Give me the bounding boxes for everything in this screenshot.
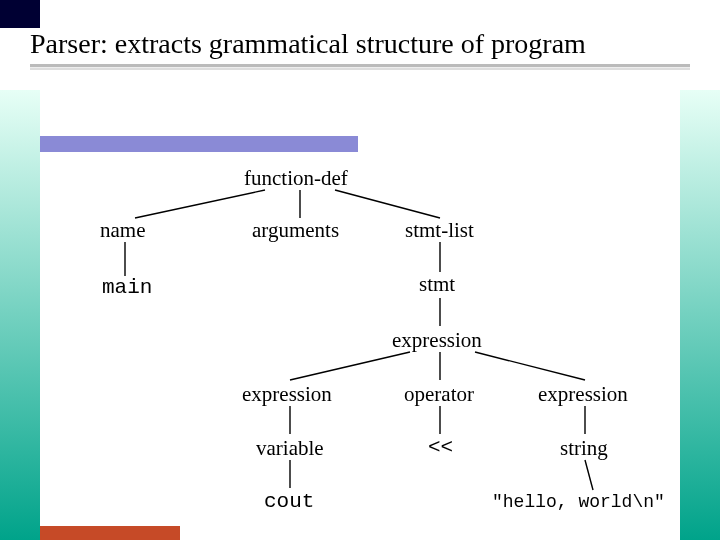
node-hello-string: "hello, world\n"	[492, 492, 665, 512]
node-op-symbol: <<	[428, 436, 453, 459]
node-expression-left: expression	[242, 382, 332, 407]
node-function-def: function-def	[244, 166, 348, 191]
corner-accent	[0, 0, 40, 28]
gradient-left	[0, 90, 40, 540]
node-stmt: stmt	[419, 272, 455, 297]
footer-accent	[40, 526, 180, 540]
svg-line-0	[135, 190, 265, 218]
node-cout: cout	[264, 490, 314, 513]
svg-line-13	[585, 460, 593, 490]
node-stmt-list: stmt-list	[405, 218, 474, 243]
title-underline	[30, 64, 690, 67]
svg-line-2	[335, 190, 440, 218]
node-expression-top: expression	[392, 328, 482, 353]
node-name: name	[100, 218, 145, 243]
node-operator: operator	[404, 382, 474, 407]
node-string: string	[560, 436, 608, 461]
page-title: Parser: extracts grammatical structure o…	[30, 28, 690, 64]
title-block: Parser: extracts grammatical structure o…	[30, 28, 690, 90]
node-expression-right: expression	[538, 382, 628, 407]
svg-line-6	[290, 352, 410, 380]
svg-line-8	[475, 352, 585, 380]
parse-tree-diagram: function-def name arguments stmt-list ma…	[40, 150, 680, 526]
node-variable: variable	[256, 436, 324, 461]
node-arguments: arguments	[252, 218, 339, 243]
node-main: main	[102, 276, 152, 299]
gradient-right	[680, 90, 720, 540]
tree-edges	[40, 150, 680, 526]
